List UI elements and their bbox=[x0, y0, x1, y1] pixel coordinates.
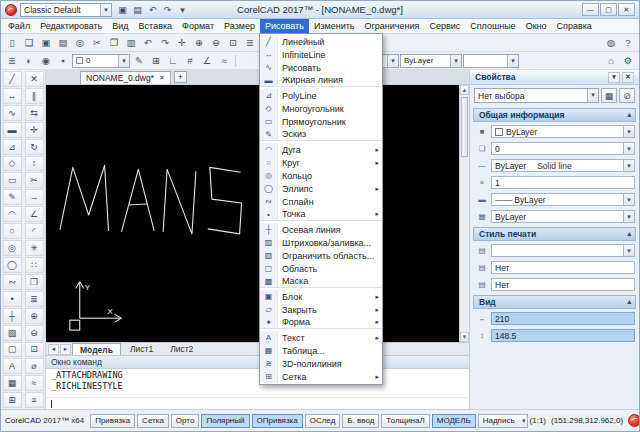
move-tool-icon[interactable]: ✛ bbox=[25, 122, 44, 138]
statusbar-toggle[interactable]: ТолщинаЛ bbox=[381, 414, 429, 428]
layers-manager-icon[interactable]: ≣ bbox=[242, 35, 258, 50]
statusbar-toggle[interactable]: Б. ввод bbox=[342, 414, 379, 428]
draw-menu-item[interactable]: A Текст bbox=[260, 331, 382, 344]
zoom-out-tool-icon[interactable]: ⊖ bbox=[25, 325, 44, 341]
hatch-tool-icon[interactable]: ▨ bbox=[3, 325, 22, 341]
draw-menu-item[interactable]: ⊿ PolyLine bbox=[260, 89, 382, 102]
print-preview-icon[interactable]: ◎ bbox=[72, 35, 88, 50]
draw-menu-item[interactable]: ▱ Закрыть bbox=[260, 303, 382, 316]
layer-visibility-icon[interactable]: ◐ bbox=[21, 53, 37, 68]
statusbar-toggle[interactable]: Полярный bbox=[201, 414, 249, 428]
draw-menu-item[interactable]: ◇ Многоугольник bbox=[260, 102, 382, 115]
infinite-line-tool-icon[interactable]: ↔ bbox=[3, 88, 22, 104]
match-properties-icon[interactable]: ⌂ bbox=[603, 53, 619, 68]
grid-toggle-icon[interactable]: ⊞ bbox=[148, 53, 164, 68]
document-tab[interactable]: NONAME_0.dwg* ✕ bbox=[80, 71, 171, 84]
redo-icon[interactable]: ↷ bbox=[160, 3, 175, 17]
render-style-icon[interactable]: ◍ bbox=[603, 35, 619, 50]
minimize-button[interactable]: — bbox=[582, 3, 599, 16]
model-tabs-next-icon[interactable]: ▸ bbox=[60, 344, 71, 355]
menu-format[interactable]: Формат bbox=[177, 19, 219, 33]
pattern-tool-icon[interactable]: ∷ bbox=[25, 257, 44, 273]
draw-menu-item[interactable]: ✦ Форма bbox=[260, 316, 382, 329]
layer-color-icon[interactable]: ▪ bbox=[55, 53, 71, 68]
statusbar-toggle[interactable]: Орто bbox=[171, 414, 200, 428]
menu-modify[interactable]: Изменить bbox=[309, 19, 360, 33]
line-tool-icon[interactable]: ╱ bbox=[3, 71, 22, 87]
sketch-tool-icon[interactable]: ✎ bbox=[3, 189, 22, 205]
copy-tool-icon[interactable]: ❐ bbox=[25, 274, 44, 290]
menu-constraints[interactable]: Ограничения bbox=[360, 19, 425, 33]
draw-menu-item[interactable]: ▨ Штриховка/заливка... bbox=[260, 236, 382, 249]
circle-tool-icon[interactable]: ○ bbox=[3, 223, 22, 239]
zoom-in-icon[interactable]: ⊕ bbox=[191, 35, 207, 50]
polyline-tool-icon[interactable]: ⊿ bbox=[3, 139, 22, 155]
draw-menu-item[interactable]: ┼ Осевая линия bbox=[260, 223, 382, 236]
transparency-select[interactable]: ByLayer bbox=[491, 210, 635, 223]
track-toggle-icon[interactable]: ≈ bbox=[216, 53, 232, 68]
scroll-up-icon[interactable]: ▲ bbox=[460, 85, 469, 95]
options-icon[interactable]: ⚙ bbox=[620, 53, 636, 68]
trim-tool-icon[interactable]: ✂ bbox=[25, 172, 44, 188]
print-style-view-field[interactable]: Нет bbox=[491, 278, 635, 291]
menu-view[interactable]: Вид bbox=[107, 19, 133, 33]
draw-menu-item[interactable]: ○ Круг bbox=[260, 156, 382, 169]
menu-draw[interactable]: Рисовать ╱ Линейный ↔ InfiniteLine ∿ bbox=[260, 19, 309, 33]
menu-window[interactable]: Окно bbox=[521, 19, 552, 33]
maximize-button[interactable]: ▢ bbox=[600, 3, 617, 16]
draw-menu-item[interactable]: ↔ InfiniteLine bbox=[260, 48, 382, 61]
zoom-out-icon[interactable]: ⊖ bbox=[208, 35, 224, 50]
draw-menu-item[interactable]: ╱ Линейный bbox=[260, 35, 382, 48]
draw-menu-item[interactable]: ◎ Кольцо bbox=[260, 169, 382, 182]
region-tool-icon[interactable]: ▢ bbox=[3, 342, 22, 358]
mirror-tool-icon[interactable]: ⇆ bbox=[25, 105, 44, 121]
heavy-line-tool-icon[interactable]: ▬ bbox=[3, 122, 22, 138]
paste-icon[interactable]: ▥ bbox=[123, 35, 139, 50]
print-icon[interactable]: ▤ bbox=[130, 3, 145, 17]
ortho-toggle-icon[interactable]: ∟ bbox=[165, 53, 181, 68]
select-elements-button[interactable]: ▦ bbox=[601, 88, 617, 103]
draw-menu-item[interactable]: ≋ 3D-полилиния bbox=[260, 357, 382, 370]
open-file-icon[interactable]: ❏ bbox=[21, 35, 37, 50]
offset-tool-icon[interactable]: ∥ bbox=[25, 88, 44, 104]
layout-tab[interactable]: Модель bbox=[72, 343, 121, 355]
spline-tool-icon[interactable]: ∾ bbox=[3, 274, 22, 290]
linestyle-scale-field[interactable]: 1 bbox=[491, 176, 635, 189]
command-window-header[interactable]: Окно команд bbox=[46, 356, 469, 369]
undo-icon[interactable]: ↶ bbox=[140, 35, 156, 50]
menu-insert[interactable]: Вставка bbox=[134, 19, 177, 33]
annotation-scale-select[interactable]: Надпись bbox=[478, 414, 528, 428]
explode-tool-icon[interactable]: ✳ bbox=[25, 240, 44, 256]
linestyle-select[interactable]: ByLayer bbox=[400, 54, 462, 68]
statusbar-toggle[interactable]: МОДЕЛЬ bbox=[432, 414, 476, 428]
draw-menu-item[interactable]: ▩ Маска bbox=[260, 275, 382, 288]
statusbar-toggle[interactable]: ОПривязка bbox=[252, 414, 303, 428]
zoom-fit-icon[interactable]: ⊡ bbox=[225, 35, 241, 50]
fillet-tool-icon[interactable]: ◜ bbox=[25, 223, 44, 239]
command-input[interactable] bbox=[46, 397, 469, 409]
erase-tool-icon[interactable]: ✕ bbox=[25, 71, 44, 87]
draw-menu-item[interactable]: ▧ Ограничить область... bbox=[260, 249, 382, 262]
rectangle-tool-icon[interactable]: ▭ bbox=[3, 172, 22, 188]
text-tool-icon[interactable]: A bbox=[3, 358, 22, 374]
draw-menu-item[interactable]: ▭ Прямоугольник bbox=[260, 115, 382, 128]
draw-menu-item[interactable]: ◠ Дуга bbox=[260, 143, 382, 156]
copy-icon[interactable]: ❐ bbox=[106, 35, 122, 50]
layer-select[interactable]: 0 bbox=[72, 54, 130, 68]
save-file-icon[interactable]: ▣ bbox=[38, 35, 54, 50]
menu-help[interactable]: Справка bbox=[552, 19, 597, 33]
help-icon[interactable]: ? bbox=[620, 35, 636, 50]
new-file-icon[interactable]: ▯ bbox=[4, 35, 20, 50]
layer-select[interactable]: 0 bbox=[491, 142, 635, 155]
chamfer-tool-icon[interactable]: ∠ bbox=[25, 206, 44, 222]
draw-menu-item[interactable]: ◯ Эллипс bbox=[260, 182, 382, 195]
drawing-canvas[interactable]: Y X bbox=[46, 85, 459, 342]
layout-tab[interactable]: Лист1 bbox=[122, 343, 161, 355]
draw-menu-item[interactable]: ▦ Таблица... bbox=[260, 344, 382, 357]
draw-menu-item[interactable]: ▢ Область bbox=[260, 262, 382, 275]
zoom-fit-tool-icon[interactable]: ⊡ bbox=[25, 342, 44, 358]
list-tool-icon[interactable]: ≡ bbox=[25, 392, 44, 408]
zoom-in-tool-icon[interactable]: ⊕ bbox=[25, 308, 44, 324]
canvas-vertical-scrollbar[interactable]: ▲ ▼ bbox=[459, 85, 469, 342]
panel-menu-icon[interactable]: ▾ bbox=[608, 72, 620, 83]
